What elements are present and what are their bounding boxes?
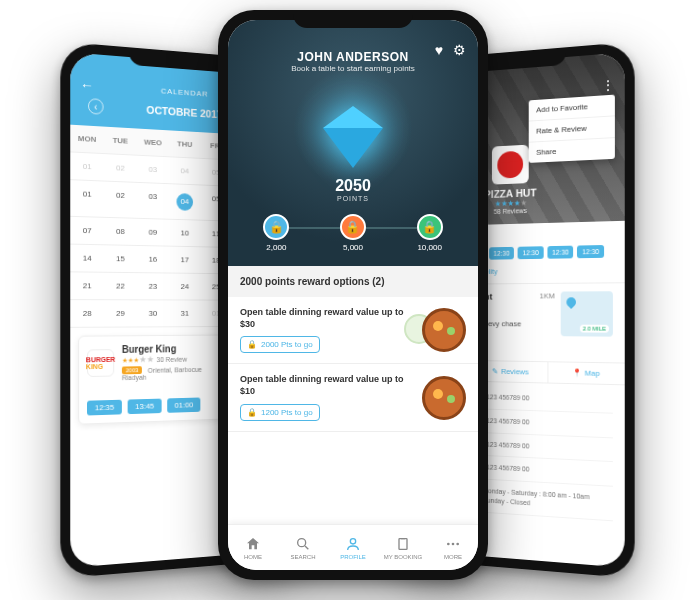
time-slot-button[interactable]: 01:00 [167, 397, 200, 412]
svg-point-4 [452, 542, 455, 545]
map-distance-badge: 2.0 MILE [580, 325, 609, 333]
more-icon[interactable]: ⋮ [601, 77, 615, 94]
clipboard-icon [395, 536, 411, 552]
svg-point-1 [350, 538, 355, 543]
review-count: 30 Review [156, 356, 186, 363]
day-cell[interactable]: 15 [104, 245, 137, 273]
day-cell[interactable]: 21 [70, 272, 104, 300]
day-cell[interactable]: 07 [70, 217, 104, 245]
day-cell[interactable]: 31 [169, 300, 201, 327]
day-cell[interactable]: 23 [137, 273, 169, 300]
profile-icon [345, 536, 361, 552]
lock-icon: 🔒 [417, 214, 443, 240]
day-cell[interactable]: 29 [104, 300, 137, 327]
day-cell[interactable]: 22 [104, 273, 137, 301]
food-bowl-icon [422, 308, 466, 352]
tab-profile[interactable]: PROFILE [328, 525, 378, 570]
svg-point-5 [456, 542, 459, 545]
pin-icon: 📍 [572, 368, 582, 377]
svg-point-3 [447, 542, 450, 545]
phone-profile: ♥ ⚙ JOHN ANDERSON Book a table to start … [218, 10, 488, 580]
day-cell[interactable]: 02 [104, 182, 137, 219]
day-cell[interactable]: 01 [70, 180, 104, 218]
day-cell[interactable]: 14 [70, 245, 104, 273]
city-text: Riadyah [122, 373, 202, 381]
heart-icon[interactable]: ♥ [435, 42, 443, 58]
svg-rect-2 [399, 538, 407, 549]
day-cell[interactable]: 03 [137, 156, 169, 184]
search-icon [295, 536, 311, 552]
dow: MON [70, 125, 104, 154]
diamond-icon [298, 83, 408, 173]
points-to-go-button[interactable]: 🔒2000 Pts to go [240, 336, 320, 353]
reward-item[interactable]: Open table dinning reward value up to $1… [228, 364, 478, 431]
mini-map[interactable]: 2.0 MILE [561, 291, 613, 336]
time-slot-button[interactable]: 13:45 [128, 399, 162, 415]
reward-title: Open table dinning reward value up to $1… [240, 374, 412, 397]
day-cell[interactable]: 03 [137, 183, 169, 220]
tab-more[interactable]: MORE [428, 525, 478, 570]
day-cell[interactable]: 01 [70, 152, 104, 181]
day-cell[interactable]: 24 [169, 273, 201, 300]
tier-2000[interactable]: 🔒2,000 [263, 214, 289, 252]
day-cell[interactable]: 04 [169, 157, 201, 185]
gear-icon[interactable]: ⚙ [453, 42, 466, 58]
lock-icon: 🔒 [340, 214, 366, 240]
svg-point-0 [298, 538, 306, 546]
dow: TUE [104, 127, 137, 156]
food-bowl-icon [422, 376, 466, 420]
time-slot-button[interactable]: 12:30 [489, 247, 514, 260]
calendar-month: OCTOBRE 2017 [146, 104, 222, 120]
day-cell[interactable]: 09 [137, 219, 169, 247]
star-icon: ★★★ [122, 357, 139, 364]
dropdown-menu: Add to Favorite Rate & Review Share [529, 95, 615, 163]
home-icon [245, 536, 261, 552]
points-to-go-button[interactable]: 🔒1200 Pts to go [240, 404, 320, 421]
points-label: POINTS [238, 195, 468, 202]
rewards-header: 2000 points reward options (2) [228, 266, 478, 297]
tier-progress: 🔒2,000 🔒5,000 🔒10,000 [238, 214, 468, 252]
time-slot-button[interactable]: 12:30 [547, 246, 573, 259]
notch [293, 10, 413, 28]
pizza-hut-logo-icon [492, 145, 529, 185]
lock-icon: 🔒 [247, 408, 257, 417]
day-cell[interactable]: 16 [137, 246, 169, 274]
tab-home[interactable]: HOME [228, 525, 278, 570]
profile-name: JOHN ANDERSON [238, 50, 468, 64]
tab-bar: HOME SEARCH PROFILE MY BOOKING MORE [228, 524, 478, 570]
menu-share[interactable]: Share [529, 138, 615, 163]
day-cell[interactable]: 30 [137, 300, 169, 327]
reward-title: Open table dinning reward value up to $3… [240, 307, 412, 330]
more-icon [445, 536, 461, 552]
prev-month-button[interactable]: ‹ [88, 98, 104, 115]
lock-icon: 🔒 [247, 340, 257, 349]
tier-5000[interactable]: 🔒5,000 [340, 214, 366, 252]
chat-icon: ✎ [492, 367, 498, 376]
tab-booking[interactable]: MY BOOKING [378, 525, 428, 570]
time-slot-button[interactable]: 12:30 [577, 245, 604, 258]
day-cell[interactable]: 17 [169, 247, 201, 274]
day-cell[interactable]: 02 [104, 154, 137, 183]
lock-icon: 🔒 [263, 214, 289, 240]
time-slot-button[interactable]: 12:35 [87, 400, 122, 416]
reward-item[interactable]: Open table dinning reward value up to $3… [228, 297, 478, 364]
cuisine-text: Oriental, Barbocue [148, 366, 202, 374]
day-cell[interactable]: 28 [70, 300, 104, 328]
time-slot-button[interactable]: 12:30 [518, 246, 544, 259]
distance-label: 1KM [540, 292, 556, 308]
burger-king-logo-icon: BURGERKING [87, 349, 114, 377]
map-link[interactable]: 📍Map [547, 362, 625, 384]
profile-header: ♥ ⚙ JOHN ANDERSON Book a table to start … [228, 20, 478, 266]
tier-10000[interactable]: 🔒10,000 [417, 214, 443, 252]
day-cell-selected[interactable]: 04 [169, 184, 201, 220]
tab-search[interactable]: SEARCH [278, 525, 328, 570]
dow: WEO [137, 129, 169, 158]
day-cell[interactable]: 10 [169, 220, 201, 248]
dow: THU [169, 130, 201, 158]
day-cell[interactable]: 08 [104, 218, 137, 246]
